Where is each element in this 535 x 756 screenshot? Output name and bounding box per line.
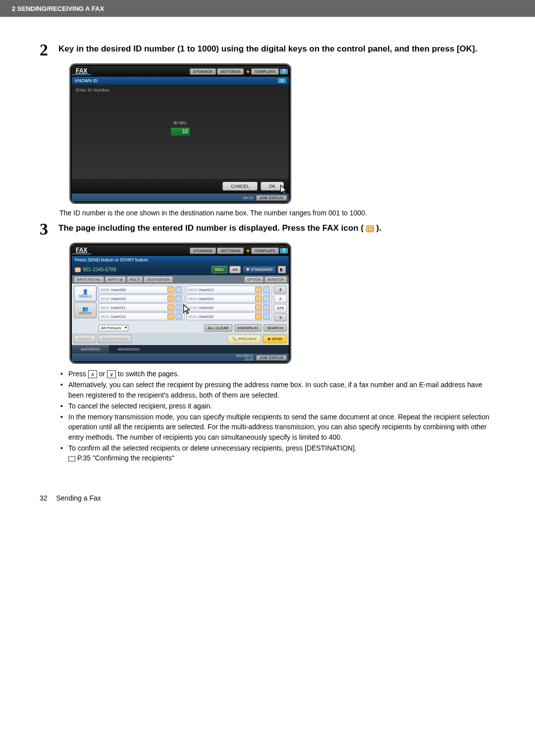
tab-address[interactable]: ADDRESS: [72, 345, 109, 353]
send-hint: Press SEND button or START button.: [75, 257, 149, 262]
section-title: Sending a Fax: [56, 494, 101, 502]
ok-button[interactable]: OK: [261, 182, 284, 191]
step-3-title-suffix: ).: [376, 223, 381, 233]
recipient-number: 901-2345-6789: [83, 267, 116, 272]
tab-advanced[interactable]: ADVANCED: [109, 345, 149, 353]
scroll-up-button[interactable]: ∧: [274, 286, 287, 294]
shot1-status: 09:23 JOB STATUS: [72, 194, 289, 202]
step-3: 3 The page including the entered ID numb…: [40, 221, 495, 238]
search-button[interactable]: SEARCH: [264, 324, 287, 332]
email-icon[interactable]: [175, 304, 182, 310]
email-icon[interactable]: [263, 304, 270, 310]
tab-input-fax-no[interactable]: INPUT FAX No.: [74, 276, 104, 283]
list-column-right: 0013User013 0014User014 0015User015 0016…: [186, 286, 272, 321]
note-4: In the memory transmission mode, you can…: [59, 412, 495, 442]
list-footer: All Persons ALL CLEAR KNOWN ID SEARCH: [72, 323, 289, 333]
page-footer: 32 Sending a Fax: [0, 494, 535, 502]
persons-dropdown[interactable]: All Persons: [99, 325, 128, 331]
job-status-button[interactable]: JOB STATUS: [256, 355, 287, 360]
side-tabs: 👤 SINGLE 👥 GROUP: [74, 286, 97, 321]
step-2-caption: The ID number is the one shown in the de…: [59, 209, 495, 217]
time-label: 09:23: [243, 196, 253, 200]
all-clear-button[interactable]: ALL CLEAR: [204, 324, 232, 332]
fax-icon[interactable]: [255, 296, 262, 302]
step-3-screenshot: FAX STORAGE SETTINGS ★ TEMPLATE ? Press …: [69, 243, 495, 364]
action-row: PAUSE BACK SPACE 🔍 PREVIEW ◈ SEND: [72, 333, 289, 345]
fax-icon[interactable]: [255, 313, 262, 319]
paper-button[interactable]: A4: [229, 266, 241, 273]
pause-button[interactable]: PAUSE: [74, 335, 96, 343]
mode-icon[interactable]: ◧: [278, 266, 286, 273]
id-number-input[interactable]: 10: [170, 127, 190, 136]
list-item[interactable]: 0010User010: [99, 295, 184, 302]
id-no-label: ID NO.: [72, 96, 289, 125]
cancel-button[interactable]: CANCEL: [222, 182, 258, 191]
fax-icon[interactable]: [167, 287, 174, 293]
shot1-title: FAX: [72, 67, 91, 75]
email-icon[interactable]: [263, 287, 270, 293]
enter-id-hint: Enter ID Number.: [72, 85, 289, 96]
note-2: Alternatively, you can select the recipi…: [59, 380, 495, 400]
fax-icon[interactable]: [255, 287, 262, 293]
person-icon: 👤: [75, 289, 95, 295]
known-id-button[interactable]: KNOWN ID: [234, 324, 262, 332]
list-item[interactable]: 0012User012: [99, 312, 184, 320]
storage-button[interactable]: STORAGE: [190, 248, 216, 254]
timestamp: 2011/05/13 10:03: [236, 354, 253, 361]
settings-button[interactable]: SETTINGS: [217, 248, 244, 254]
group-icon: 👥: [75, 306, 95, 311]
send-button[interactable]: ◈ SEND: [263, 335, 287, 343]
email-icon[interactable]: [263, 296, 270, 302]
fax-icon[interactable]: [167, 304, 174, 310]
fax-icon[interactable]: [167, 313, 174, 319]
list-item[interactable]: 0011User011: [99, 303, 184, 311]
job-status-button[interactable]: JOB STATUS: [256, 195, 287, 201]
step-3-title: The page including the entered ID number…: [58, 221, 381, 238]
scroll-down-button[interactable]: ∨: [274, 313, 287, 321]
list-item[interactable]: 0009User009: [99, 286, 184, 294]
tab-multi[interactable]: MULTI: [127, 276, 143, 283]
tab-destination[interactable]: DESTINATION: [144, 276, 173, 283]
tab-group[interactable]: 👥 GROUP: [74, 302, 97, 318]
help-icon[interactable]: ?: [280, 69, 288, 74]
star-icon: ★: [246, 248, 250, 253]
list-item[interactable]: 0016User016: [186, 312, 272, 320]
help-icon[interactable]: ?: [280, 248, 288, 253]
step-2-title: Key in the desired ID number (1 to 1000)…: [58, 42, 477, 58]
email-icon[interactable]: [263, 313, 270, 319]
email-icon[interactable]: [175, 287, 182, 293]
tab-single[interactable]: 👤 SINGLE: [74, 286, 97, 302]
bottom-tabs: ADDRESS ADVANCED: [72, 345, 289, 353]
list-item[interactable]: 0013User013: [186, 286, 272, 294]
rec-id-button[interactable]: 0001: [212, 266, 227, 273]
step-2-screenshot: FAX STORAGE SETTINGS ★ TEMPLATE ? KNOWN …: [69, 63, 495, 204]
preview-button[interactable]: 🔍 PREVIEW: [227, 335, 261, 343]
shot1-subheader: KNOWN ID ?: [72, 77, 289, 85]
chapter-header: 2 SENDING/RECEIVING A FAX: [0, 0, 535, 17]
fax-icon[interactable]: [255, 304, 262, 310]
template-button[interactable]: TEMPLATE: [251, 68, 279, 75]
list-item[interactable]: 0014User014: [186, 295, 272, 302]
tab-option[interactable]: OPTION: [244, 276, 264, 283]
fax-small-icon: [75, 267, 81, 272]
backspace-button[interactable]: BACK SPACE: [98, 335, 132, 343]
storage-button[interactable]: STORAGE: [190, 68, 216, 75]
step-3-title-prefix: The page including the entered ID number…: [58, 223, 364, 233]
email-icon[interactable]: [175, 313, 182, 319]
quality-button[interactable]: ✱ STANDARD: [243, 266, 276, 273]
tab-input-at[interactable]: INPUT @: [105, 276, 126, 283]
tab-monitor[interactable]: MONITOR: [265, 276, 287, 283]
page-current: 2: [274, 295, 287, 303]
list-item[interactable]: 0015User015: [186, 303, 272, 311]
email-icon[interactable]: [175, 296, 182, 302]
note-5-ref: P.35 "Confirming the recipients": [77, 454, 174, 462]
fax-icon[interactable]: [167, 296, 174, 302]
help-icon[interactable]: ?: [278, 78, 286, 83]
main-list-area: 👤 SINGLE 👥 GROUP 0009User009 0010User010: [72, 284, 289, 323]
step-number-3: 3: [40, 221, 52, 238]
template-button[interactable]: TEMPLATE: [251, 248, 279, 254]
settings-button[interactable]: SETTINGS: [217, 68, 244, 75]
known-id-label: KNOWN ID: [75, 78, 98, 83]
page-content: 2 Key in the desired ID number (1 to 100…: [0, 17, 535, 494]
step-3-notes: Press ∧ or ∨ to switch the pages. Altern…: [59, 369, 495, 463]
